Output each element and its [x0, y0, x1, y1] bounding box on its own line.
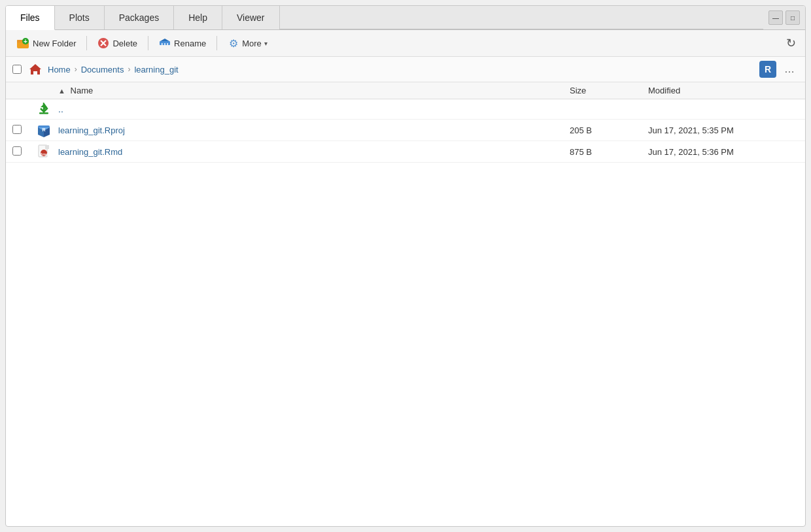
col-name-label: Name: [71, 86, 94, 95]
toolbar-right: ↻: [782, 34, 800, 52]
select-all-checkbox[interactable]: [12, 65, 22, 74]
rmd-name[interactable]: learning_git.Rmd: [56, 147, 570, 157]
tab-bar: Files Plots Packages Help Viewer — □: [6, 6, 805, 30]
tab-files[interactable]: Files: [6, 6, 55, 30]
svg-rect-11: [167, 43, 169, 45]
parent-icon: [32, 103, 56, 116]
svg-rect-14: [39, 112, 48, 114]
col-modified-header[interactable]: Modified: [648, 86, 805, 95]
svg-marker-12: [29, 64, 41, 75]
separator-2: [148, 36, 148, 50]
separator-3: [216, 36, 217, 50]
more-options-button[interactable]: …: [780, 62, 799, 76]
rproj-size: 205 B: [570, 125, 648, 135]
home-icon[interactable]: [28, 62, 43, 76]
more-button[interactable]: ⚙ More ▾: [222, 35, 273, 52]
rproj-check-cell[interactable]: [6, 125, 32, 136]
breadcrumb-right: R …: [759, 61, 799, 78]
rmd-size: 875 B: [570, 147, 648, 157]
maximize-button[interactable]: □: [785, 10, 800, 25]
tab-packages[interactable]: Packages: [105, 6, 174, 29]
svg-text:Rmd: Rmd: [39, 152, 48, 156]
new-folder-icon: +: [16, 37, 29, 50]
more-label: More: [242, 39, 262, 48]
parent-dir-row[interactable]: ..: [6, 99, 805, 120]
rename-icon: [159, 37, 171, 49]
svg-marker-8: [160, 39, 169, 41]
file-row-rproj[interactable]: R learning_git.Rproj 205 B Jun 17, 2021,…: [6, 120, 805, 141]
rename-button[interactable]: Rename: [154, 35, 211, 52]
tab-viewer[interactable]: Viewer: [222, 6, 280, 29]
tab-help[interactable]: Help: [174, 6, 222, 29]
breadcrumb-documents[interactable]: Documents: [81, 65, 124, 75]
sort-arrow-icon: ▲: [58, 87, 65, 95]
refresh-button[interactable]: ↻: [782, 34, 800, 52]
col-name-header[interactable]: ▲ Name: [56, 86, 570, 95]
minimize-button[interactable]: —: [768, 10, 783, 25]
rproj-icon: R: [32, 123, 56, 137]
col-size-header[interactable]: Size: [570, 86, 648, 95]
parent-dir-name[interactable]: ..: [56, 104, 570, 114]
breadcrumb-arrow-1: ›: [75, 65, 77, 74]
breadcrumb-bar: Home › Documents › learning_git R …: [6, 57, 805, 82]
breadcrumb-arrow-2: ›: [128, 65, 130, 74]
svg-text:R: R: [42, 127, 45, 132]
rmd-modified: Jun 17, 2021, 5:36 PM: [648, 147, 805, 157]
svg-rect-9: [162, 43, 163, 45]
r-project-icon[interactable]: R: [759, 61, 776, 78]
column-headers: ▲ Name Size Modified: [6, 82, 805, 99]
tab-plots[interactable]: Plots: [55, 6, 105, 29]
rproj-modified: Jun 17, 2021, 5:35 PM: [648, 125, 805, 135]
rmd-checkbox[interactable]: [12, 146, 22, 156]
delete-icon: [97, 37, 109, 49]
toolbar: + New Folder Delete: [6, 30, 805, 57]
breadcrumb-home[interactable]: Home: [48, 65, 71, 75]
svg-rect-10: [164, 43, 165, 45]
delete-button[interactable]: Delete: [92, 35, 143, 52]
separator-1: [86, 36, 87, 50]
more-caret-icon: ▾: [264, 40, 267, 47]
rename-label: Rename: [174, 39, 206, 48]
window-controls: — □: [763, 6, 805, 29]
rproj-name[interactable]: learning_git.Rproj: [56, 125, 570, 135]
rmd-icon: Rmd: [32, 144, 56, 159]
rproj-checkbox[interactable]: [12, 125, 22, 134]
file-list: .. R learning_git.Rproj 205 B Jun: [6, 99, 805, 526]
delete-label: Delete: [112, 39, 137, 48]
breadcrumb-current[interactable]: learning_git: [134, 65, 178, 75]
new-folder-label: New Folder: [33, 39, 76, 48]
more-icon: ⚙: [228, 37, 239, 49]
svg-rect-23: [45, 145, 49, 149]
file-row-rmd[interactable]: Rmd learning_git.Rmd 875 B Jun 17, 2021,…: [6, 141, 805, 163]
svg-text:+: +: [24, 38, 27, 45]
svg-rect-1: [17, 40, 22, 42]
rmd-check-cell[interactable]: [6, 146, 32, 158]
new-folder-button[interactable]: + New Folder: [11, 34, 81, 52]
